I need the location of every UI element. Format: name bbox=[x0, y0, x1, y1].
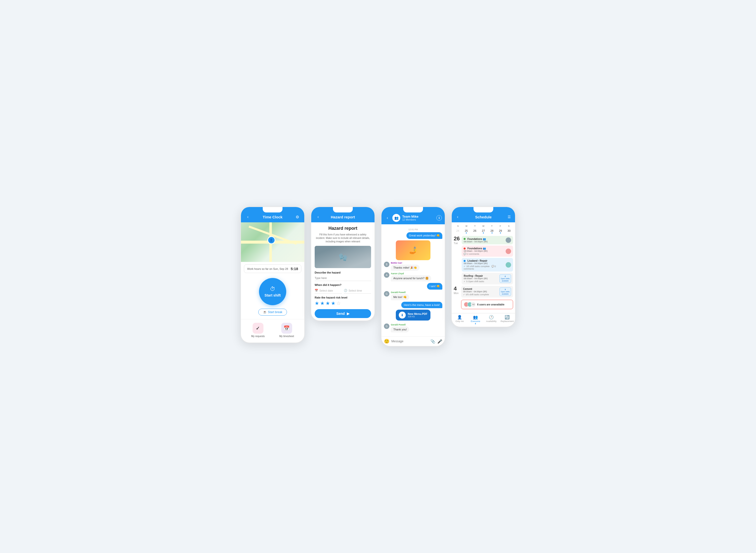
gerald-avatar: G bbox=[384, 291, 389, 297]
cal-dot-25 bbox=[466, 232, 467, 233]
shift-info-1: Foundations 👥 08:00am - 04:00pm (8h) bbox=[464, 238, 506, 243]
bettie-avatar: B bbox=[384, 262, 389, 267]
hazard-description: Fill this form if you have witnessed a s… bbox=[315, 233, 371, 243]
star-rating[interactable]: ★ ★ ★ ★ ☆ bbox=[315, 300, 371, 306]
timesheet-label: My timesheet bbox=[279, 335, 294, 337]
shift-title-5: Cement bbox=[463, 288, 500, 290]
mic-icon[interactable]: 🎤 bbox=[437, 339, 442, 344]
shift-foundations-green[interactable]: Foundations 👥 08:00am - 04:00pm (8h) bbox=[462, 236, 513, 244]
star-2[interactable]: ★ bbox=[320, 300, 324, 306]
tab-availability[interactable]: 🕐 Availability bbox=[483, 315, 499, 324]
team-name: Team Mike bbox=[402, 215, 434, 218]
back-button[interactable]: ‹ bbox=[245, 214, 251, 220]
date-input[interactable]: 📅 Select date bbox=[315, 288, 342, 294]
hazard-body: Hazard report Fill this form if you have… bbox=[311, 222, 375, 321]
day-t1: T bbox=[471, 225, 479, 227]
star-5[interactable]: ☆ bbox=[336, 300, 341, 306]
gerald-thanks-content: Gerald Powell Thank you! bbox=[391, 323, 409, 332]
shift-title-2: Foundations 👥 bbox=[464, 247, 506, 250]
shift-foundations-red[interactable]: Foundations 👥 08:00am - 04:00pm (8h) 💬 2… bbox=[462, 246, 513, 257]
message-gerald-metoo: G Gerald Powell Me too! 👊 bbox=[384, 291, 442, 300]
message-input[interactable] bbox=[391, 339, 429, 343]
notch bbox=[263, 207, 283, 213]
message-gerald-thanks: G Gerald Powell Thank you! bbox=[384, 323, 442, 332]
shift-time-5: 08:00am - 04:00pm (8h) bbox=[463, 290, 500, 293]
team-photo: 🤳 bbox=[396, 240, 431, 260]
attachment-icon[interactable]: 📎 bbox=[431, 339, 435, 344]
file-bubble[interactable]: ⬇ New Menu.PDF 328 Kb bbox=[396, 310, 430, 321]
back-button[interactable]: ‹ bbox=[384, 215, 390, 221]
start-shift-button[interactable]: ⏱ Start shift bbox=[259, 278, 286, 305]
schedule-list: 26 Tue Foundations 👥 08:00am - 04:00pm (… bbox=[452, 236, 515, 313]
bettie-content: Bettie Carr Thanks mike! 🎉👏 bbox=[391, 262, 420, 271]
send-button[interactable]: Send ▶ bbox=[315, 309, 371, 318]
settings-icon[interactable]: ⚙ bbox=[294, 214, 300, 220]
shifts-4: Cement 08:00am - 04:00pm (8h) ✓ 5/5 shif… bbox=[461, 286, 513, 309]
send-icon: ▶ bbox=[347, 312, 350, 316]
back-button[interactable]: ‹ bbox=[455, 214, 461, 220]
shift-roofing[interactable]: Roofing › Repair 08:00am - 04:00pm (8h) … bbox=[462, 273, 513, 285]
only-me-icon: 👤 bbox=[457, 315, 462, 320]
bubble-iam: I am! 👊 bbox=[427, 283, 442, 290]
red-dot-2 bbox=[464, 248, 466, 249]
cal-day-24: 24 bbox=[454, 228, 462, 234]
cal-dot-27 bbox=[483, 232, 484, 233]
star-3[interactable]: ★ bbox=[325, 300, 330, 306]
file-info: New Menu.PDF 328 Kb bbox=[408, 312, 427, 318]
replacement-label: Replacement bbox=[501, 320, 514, 322]
worker-photo: 🧤 bbox=[315, 246, 371, 268]
list-icon[interactable]: ☰ bbox=[506, 214, 512, 220]
shift-title-4: Roofing › Repair bbox=[464, 274, 499, 277]
emoji-icon[interactable]: 🙂 bbox=[384, 338, 389, 344]
shift-cement[interactable]: Cement 08:00am - 04:00pm (8h) ✓ 5/5 shif… bbox=[461, 286, 513, 298]
my-timesheet-item[interactable]: 📅 My timesheet bbox=[279, 323, 294, 337]
star-1[interactable]: ★ bbox=[315, 300, 319, 306]
describe-hazard-input[interactable] bbox=[315, 275, 371, 281]
cal-day-25[interactable]: 25 bbox=[462, 228, 470, 234]
shift-time-4: 08:00am - 04:00pm (8h) bbox=[464, 277, 499, 280]
ua-plus: +4 bbox=[471, 302, 476, 307]
clock-icon: 🕐 bbox=[344, 289, 347, 292]
info-button[interactable]: ℹ bbox=[436, 215, 442, 221]
message-menu: Here's the menu, have a look! bbox=[384, 302, 442, 308]
shift-avatar-1 bbox=[506, 237, 511, 243]
everyone-label: Everyone bbox=[471, 320, 480, 322]
aaron-content: Aaron Lloyd Anyone around for lunch? 🍔 bbox=[391, 272, 431, 282]
cal-day-29[interactable]: 29 bbox=[497, 228, 505, 234]
message-input-bar: 🙂 📎 🎤 bbox=[381, 336, 445, 346]
everyone-active-dot bbox=[475, 323, 476, 324]
time-input[interactable]: 🕐 Select time bbox=[344, 288, 371, 294]
cal-day-27[interactable]: 27 bbox=[479, 228, 487, 234]
start-shift-section: ⏱ Start shift ☕ Start break bbox=[241, 275, 304, 319]
star-4[interactable]: ★ bbox=[331, 300, 335, 306]
tab-replacement[interactable]: 🔄 Replacement bbox=[499, 315, 515, 324]
unavail-avatars: +4 bbox=[464, 302, 476, 307]
calendar-week: S M T W T F S 24 25 26 27 28 29 30 bbox=[452, 222, 515, 236]
date-26-label: 26 Tue bbox=[454, 236, 460, 245]
requests-icon: ✓ bbox=[252, 323, 263, 334]
date-time-row: 📅 Select date 🕐 Select time bbox=[315, 288, 371, 294]
shift-title-1: Foundations 👥 bbox=[464, 238, 506, 240]
timer-icon: ⏱ bbox=[270, 286, 275, 292]
tab-everyone[interactable]: 👥 Everyone bbox=[467, 315, 483, 324]
shift-info-2: Foundations 👥 08:00am - 04:00pm (8h) 💬 2… bbox=[464, 247, 506, 255]
date-num-4: 4 bbox=[454, 286, 459, 291]
shift-lisaland[interactable]: Lisaland › Repair 08:00am - 04:00pm (8h)… bbox=[462, 258, 513, 271]
shift-time-1: 08:00am - 04:00pm (8h) bbox=[464, 240, 506, 243]
message-aaron: A Aaron Lloyd Anyone around for lunch? 🍔 bbox=[384, 272, 442, 282]
cal-day-28[interactable]: 28 bbox=[488, 228, 496, 234]
shift-info-3: Lisaland › Repair 08:00am - 04:00pm (8h)… bbox=[464, 259, 506, 270]
gerald-metoo-msg: Me too! 👊 bbox=[391, 294, 409, 300]
cal-day-30[interactable]: 30 bbox=[505, 228, 513, 234]
my-requests-item[interactable]: ✓ My requests bbox=[251, 323, 265, 337]
back-button[interactable]: ‹ bbox=[315, 214, 321, 220]
notch bbox=[473, 207, 493, 213]
start-break-button[interactable]: ☕ Start break bbox=[258, 309, 287, 316]
shift-info-5: Cement 08:00am - 04:00pm (8h) ✓ 5/5 shif… bbox=[463, 288, 500, 296]
send-label: Send bbox=[336, 312, 345, 316]
cal-day-26[interactable]: 26 bbox=[471, 228, 479, 234]
phones-container: ‹ Time Clock ⚙ 👤 Work hours so far on Su… bbox=[240, 207, 516, 346]
tab-only-me[interactable]: 👤 Only me bbox=[452, 315, 467, 324]
notch bbox=[403, 207, 423, 213]
cal-dot-28 bbox=[492, 232, 493, 233]
